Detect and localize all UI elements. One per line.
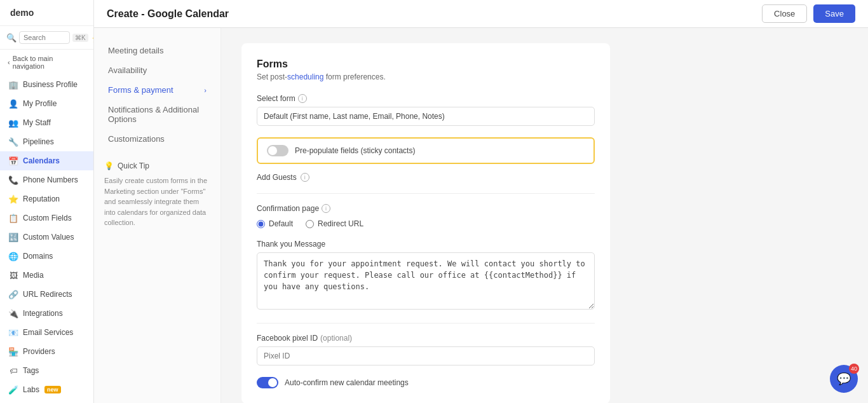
save-button[interactable]: Save: [813, 4, 855, 23]
select-form-dropdown[interactable]: Default (First name, Last name, Email, P…: [257, 107, 595, 126]
confirmation-label: Confirmation page i: [257, 204, 595, 213]
radio-redirect-input[interactable]: [306, 220, 314, 228]
sidebar-item-media[interactable]: 🖼 Media: [0, 266, 93, 285]
sidebar-item-label: My Profile: [23, 99, 57, 108]
quick-tip: 💡 Quick Tip Easily create custom forms i…: [104, 161, 210, 228]
sidebar-item-label: Custom Values: [23, 233, 74, 242]
sidebar-item-label: Business Profile: [23, 80, 78, 89]
section-title: Forms: [257, 58, 595, 70]
page-title: Create - Google Calendar: [107, 8, 229, 20]
sidebar-item-custom-fields[interactable]: 📋 Custom Fields: [0, 208, 93, 228]
toggle-track: [267, 145, 288, 156]
left-nav-label: Customizations: [108, 134, 165, 144]
auto-confirm-toggle[interactable]: [257, 377, 278, 388]
facebook-pixel-group: Facebook pixel ID (optional): [257, 334, 595, 365]
sidebar-item-phone-numbers[interactable]: 📞 Phone Numbers: [0, 170, 93, 189]
left-nav-customizations[interactable]: Customizations: [104, 129, 210, 149]
search-bar[interactable]: 🔍 ⌘K ⚡: [0, 26, 93, 50]
url-redirects-icon: 🔗: [9, 290, 18, 299]
sidebar-item-domains[interactable]: 🌐 Domains: [0, 247, 93, 266]
section-subtitle: Set post-scheduling form preferences.: [257, 72, 595, 81]
auto-confirm-thumb: [268, 378, 277, 387]
labs-icon: 🧪: [9, 385, 18, 394]
custom-values-icon: 🔣: [9, 233, 18, 242]
left-nav-label: Meeting details: [108, 46, 163, 55]
sidebar-item-label: Integrations: [23, 309, 63, 318]
sidebar-item-label: Media: [23, 271, 44, 280]
quick-tip-body: Easily create custom forms in the Market…: [104, 175, 210, 228]
back-nav[interactable]: ‹ Back to main navigation: [0, 50, 93, 75]
left-nav-notifications[interactable]: Notifications & Additional Options: [104, 100, 210, 129]
search-input[interactable]: [19, 31, 70, 44]
divider-2: [257, 323, 595, 324]
left-nav-items: Meeting detailsAvailabilityForms & payme…: [104, 41, 210, 149]
radio-default-input[interactable]: [257, 220, 265, 228]
sidebar-item-label: Phone Numbers: [23, 175, 78, 184]
sidebar-item-tags[interactable]: 🏷 Tags: [0, 361, 93, 380]
tags-icon: 🏷: [9, 366, 18, 375]
chat-badge: 40: [849, 364, 859, 374]
thank-you-textarea[interactable]: Thank you for your appointment request. …: [257, 252, 595, 310]
search-icon: 🔍: [6, 33, 17, 43]
sidebar-item-my-profile[interactable]: 👤 My Profile: [0, 94, 93, 113]
sidebar-item-label: My Staff: [23, 118, 51, 127]
sidebar-item-label: Calendars: [23, 156, 60, 165]
select-form-label: Select form i: [257, 94, 595, 103]
optional-label: (optional): [320, 334, 352, 343]
left-nav-availability[interactable]: Availability: [104, 60, 210, 80]
sidebar-item-label: Reputation: [23, 195, 60, 203]
left-nav-label: Notifications & Additional Options: [108, 105, 199, 124]
app-logo: demo: [0, 0, 93, 26]
confirmation-info-icon[interactable]: i: [322, 204, 330, 213]
new-badge: new: [44, 386, 61, 393]
left-nav: Meeting detailsAvailabilityForms & payme…: [94, 28, 221, 403]
confirmation-page-group: Confirmation page i Default Redirect URL: [257, 204, 595, 228]
content-area: Meeting detailsAvailabilityForms & payme…: [94, 28, 868, 403]
radio-redirect-label: Redirect URL: [318, 219, 363, 228]
chevron-left-icon: ‹: [8, 58, 10, 66]
search-shortcut: ⌘K: [72, 34, 88, 42]
sidebar-item-integrations[interactable]: 🔌 Integrations: [0, 304, 93, 323]
sidebar-item-url-redirects[interactable]: 🔗 URL Redirects: [0, 285, 93, 304]
facebook-pixel-label: Facebook pixel ID (optional): [257, 334, 595, 343]
toggle-thumb: [268, 146, 277, 155]
chat-bubble[interactable]: 💬 40: [830, 365, 858, 393]
business-profile-icon: 🏢: [9, 80, 18, 89]
select-form-info-icon[interactable]: i: [298, 94, 307, 103]
left-nav-meeting-details[interactable]: Meeting details: [104, 41, 210, 60]
domains-icon: 🌐: [9, 252, 18, 261]
right-panel: Forms Set post-scheduling form preferenc…: [221, 28, 868, 403]
left-nav-label: Availability: [108, 65, 147, 75]
add-guests-info-icon[interactable]: i: [301, 173, 309, 182]
sidebar-item-calendars[interactable]: 📅 Calendars: [0, 151, 93, 170]
left-nav-forms-payment[interactable]: Forms & payment›: [104, 80, 210, 100]
pre-populate-label: Pre-populate fields (sticky contacts): [295, 146, 415, 155]
close-button[interactable]: Close: [762, 4, 807, 23]
sidebar-item-label: Labs: [23, 385, 39, 394]
topbar: Create - Google Calendar Close Save: [94, 0, 868, 28]
phone-numbers-icon: 📞: [9, 175, 18, 184]
sidebar-item-labs[interactable]: 🧪 Labs new: [0, 380, 93, 399]
radio-redirect[interactable]: Redirect URL: [306, 219, 363, 228]
sidebar-item-audit-logs[interactable]: 📜 Audit Logs: [0, 399, 93, 403]
add-guests-label: Add Guests: [257, 173, 297, 182]
pre-populate-box: Pre-populate fields (sticky contacts): [257, 137, 595, 164]
sidebar-items: 🏢 Business Profile 👤 My Profile 👥 My Sta…: [0, 75, 93, 403]
sidebar-item-my-staff[interactable]: 👥 My Staff: [0, 113, 93, 132]
sidebar-item-label: URL Redirects: [23, 290, 72, 299]
sidebar-item-providers[interactable]: 🏪 Providers: [0, 342, 93, 361]
radio-default[interactable]: Default: [257, 219, 293, 228]
sidebar-item-business-profile[interactable]: 🏢 Business Profile: [0, 75, 93, 94]
chat-icon: 💬: [837, 372, 851, 386]
sidebar-item-label: Custom Fields: [23, 214, 72, 222]
pre-populate-toggle[interactable]: [267, 145, 288, 156]
bulb-icon: 💡: [104, 161, 114, 170]
pixel-input[interactable]: [257, 346, 595, 365]
sidebar-item-email-services[interactable]: 📧 Email Services: [0, 323, 93, 342]
sidebar-item-custom-values[interactable]: 🔣 Custom Values: [0, 228, 93, 247]
sidebar-item-label: Domains: [23, 252, 53, 261]
sidebar-item-reputation[interactable]: ⭐ Reputation: [0, 189, 93, 208]
thank-you-group: Thank you Message Thank you for your app…: [257, 240, 595, 311]
sidebar-item-pipelines[interactable]: 🔧 Pipelines: [0, 132, 93, 151]
my-profile-icon: 👤: [9, 99, 18, 108]
